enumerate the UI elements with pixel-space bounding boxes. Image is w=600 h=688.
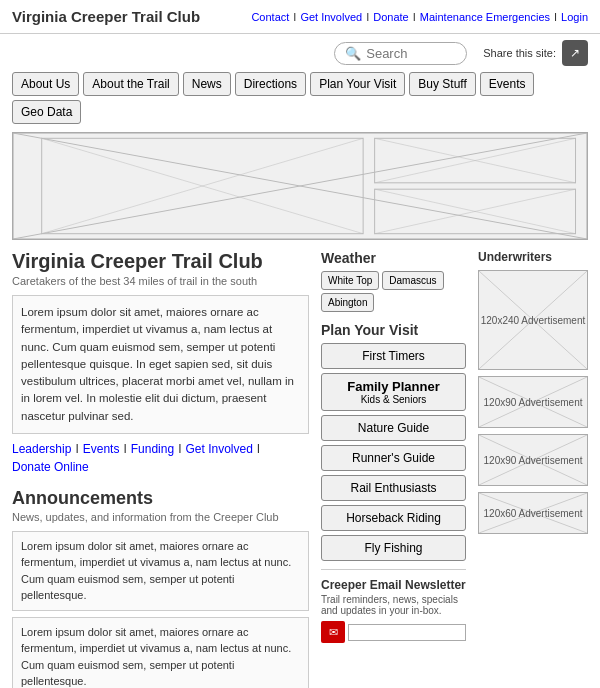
left-column: Virginia Creeper Trail Club Caretakers o… xyxy=(12,250,309,688)
newsletter-title: Creeper Email Newsletter xyxy=(321,578,466,592)
ad-medium-1-label: 120x90 Advertisement xyxy=(484,397,583,408)
ad-medium-1: 120x90 Advertisement xyxy=(478,376,588,428)
weather-tab-1[interactable]: Damascus xyxy=(382,271,443,290)
newsletter-section: Creeper Email Newsletter Trail reminders… xyxy=(321,569,466,643)
leadership-link[interactable]: Leadership xyxy=(12,442,71,456)
hero-placeholder-svg xyxy=(13,133,587,239)
ad-large-label: 120x240 Advertisement xyxy=(481,315,586,326)
nav-geo-data[interactable]: Geo Data xyxy=(12,100,81,124)
get-involved-link2[interactable]: Get Involved xyxy=(185,442,252,456)
share-label: Share this site: xyxy=(483,47,556,59)
plan-family-planner[interactable]: Family Planner Kids & Seniors xyxy=(321,373,466,411)
announcement-1: Lorem ipsum dolor sit amet, maiores orna… xyxy=(12,531,309,611)
announce1-text: Lorem ipsum dolor sit amet, maiores orna… xyxy=(21,538,300,604)
nav-news[interactable]: News xyxy=(183,72,231,96)
weather-tab-0[interactable]: White Top xyxy=(321,271,379,290)
search-input[interactable] xyxy=(366,46,456,61)
weather-tabs: White Top Damascus Abington xyxy=(321,271,466,312)
ad-small: 120x60 Advertisement xyxy=(478,492,588,534)
ad-small-label: 120x60 Advertisement xyxy=(484,508,583,519)
newsletter-desc: Trail reminders, news, specials and upda… xyxy=(321,594,466,616)
announcement-2: Lorem ipsum dolor sit amet, maiores orna… xyxy=(12,617,309,688)
middle-column: Weather White Top Damascus Abington Plan… xyxy=(321,250,466,688)
nav-plan-your-visit[interactable]: Plan Your Visit xyxy=(310,72,405,96)
search-icon: 🔍 xyxy=(345,46,361,61)
events-link[interactable]: Events xyxy=(83,442,120,456)
nav-events[interactable]: Events xyxy=(480,72,535,96)
hero-image xyxy=(12,132,588,240)
announcements-heading: Announcements xyxy=(12,488,309,509)
plan-fly-fishing[interactable]: Fly Fishing xyxy=(321,535,466,561)
plan-nature-guide[interactable]: Nature Guide xyxy=(321,415,466,441)
search-box[interactable]: 🔍 xyxy=(334,42,467,65)
search-share-row: 🔍 Share this site: ↗ xyxy=(0,34,600,72)
maintenance-link[interactable]: Maintenance Emergencies xyxy=(420,11,550,23)
nav-about-us[interactable]: About Us xyxy=(12,72,79,96)
club-heading: Virginia Creeper Trail Club xyxy=(12,250,309,273)
intro-links: Leadership I Events I Funding I Get Invo… xyxy=(12,442,309,474)
newsletter-icon: ✉ xyxy=(321,621,345,643)
ad-medium-2-label: 120x90 Advertisement xyxy=(484,455,583,466)
nav-buy-stuff[interactable]: Buy Stuff xyxy=(409,72,475,96)
login-link[interactable]: Login xyxy=(561,11,588,23)
donate-online-link[interactable]: Donate Online xyxy=(12,460,89,474)
main-content: Virginia Creeper Trail Club Caretakers o… xyxy=(0,250,600,688)
get-involved-link[interactable]: Get Involved xyxy=(300,11,362,23)
funding-link[interactable]: Funding xyxy=(131,442,174,456)
intro-box: Lorem ipsum dolor sit amet, maiores orna… xyxy=(12,295,309,434)
donate-link[interactable]: Donate xyxy=(373,11,408,23)
newsletter-email-input[interactable] xyxy=(348,624,466,641)
header: Virginia Creeper Trail Club Contact I Ge… xyxy=(0,0,600,34)
ad-medium-2: 120x90 Advertisement xyxy=(478,434,588,486)
contact-link[interactable]: Contact xyxy=(251,11,289,23)
plan-horseback-riding[interactable]: Horseback Riding xyxy=(321,505,466,531)
plan-rail-enthusiasts[interactable]: Rail Enthusiasts xyxy=(321,475,466,501)
plan-family-planner-label: Family Planner xyxy=(328,379,459,394)
weather-title: Weather xyxy=(321,250,466,266)
site-title: Virginia Creeper Trail Club xyxy=(12,8,200,25)
newsletter-input-row: ✉ xyxy=(321,621,466,643)
plan-first-timers[interactable]: First Timers xyxy=(321,343,466,369)
announce2-text: Lorem ipsum dolor sit amet, maiores orna… xyxy=(21,624,300,688)
right-column: Underwriters 120x240 Advertisement 120x9… xyxy=(478,250,588,688)
share-area: Share this site: ↗ xyxy=(483,40,588,66)
nav-bar: About Us About the Trail News Directions… xyxy=(0,72,600,132)
share-icon[interactable]: ↗ xyxy=(562,40,588,66)
nav-about-trail[interactable]: About the Trail xyxy=(83,72,178,96)
nav-directions[interactable]: Directions xyxy=(235,72,306,96)
plan-family-planner-sub: Kids & Seniors xyxy=(328,394,459,405)
plan-visit-title: Plan Your Visit xyxy=(321,322,466,338)
ad-large: 120x240 Advertisement xyxy=(478,270,588,370)
plan-runners-guide[interactable]: Runner's Guide xyxy=(321,445,466,471)
announcements-sub: News, updates, and information from the … xyxy=(12,511,309,523)
club-subheading: Caretakers of the best 34 miles of trail… xyxy=(12,275,309,287)
weather-tab-2[interactable]: Abington xyxy=(321,293,374,312)
underwriters-title: Underwriters xyxy=(478,250,588,264)
intro-text: Lorem ipsum dolor sit amet, maiores orna… xyxy=(21,304,300,425)
header-nav-links: Contact I Get Involved I Donate I Mainte… xyxy=(251,11,588,23)
